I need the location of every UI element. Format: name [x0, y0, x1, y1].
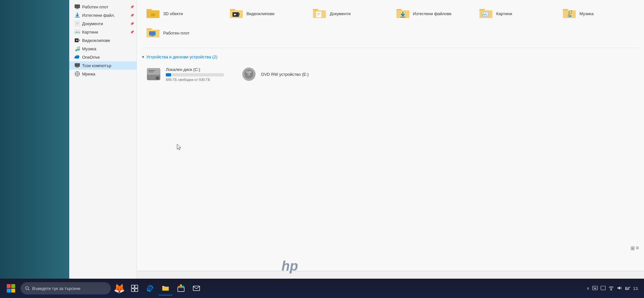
keyboard-icon[interactable] — [592, 286, 598, 291]
pin-icon-documents: 📌 — [130, 22, 134, 25]
search-bar[interactable]: Въведете тук за търсене — [21, 282, 111, 294]
svg-rect-72 — [596, 287, 596, 288]
svg-rect-16 — [76, 67, 78, 67]
sidebar-label-videos: Видеоклипове — [82, 38, 110, 43]
folder-documents-label: Документи — [330, 11, 351, 16]
devices-section-label: Устройства и дискови устройства (2) — [146, 55, 217, 59]
svg-point-75 — [603, 289, 603, 290]
sidebar-item-network[interactable]: Мрежа — [69, 70, 137, 78]
svg-rect-64 — [178, 286, 180, 287]
chevron-down-icon: ▾ — [142, 55, 144, 59]
svg-rect-59 — [135, 285, 138, 288]
details-view-icon[interactable]: ≡ — [636, 245, 639, 251]
network-tray-icon[interactable] — [608, 285, 614, 292]
search-bar-icon — [25, 286, 30, 291]
task-view-button[interactable] — [128, 281, 142, 295]
sidebar-item-onedrive[interactable]: OneDrive — [69, 53, 137, 61]
pin-icon-pictures: 📌 — [130, 30, 134, 34]
devices-section-header[interactable]: ▾ Устройства и дискови устройства (2) — [142, 52, 639, 61]
folder-downloads[interactable]: Изтеглени файлове — [392, 5, 473, 22]
folder-3d-icon: 3D — [145, 7, 161, 20]
desktop-icon — [74, 4, 80, 10]
svg-rect-47 — [148, 72, 153, 72]
list-view-icon[interactable]: ⊞ — [630, 245, 635, 251]
pictures-icon — [74, 29, 80, 35]
svg-marker-11 — [79, 39, 80, 42]
edge-button[interactable] — [143, 281, 157, 295]
mail-button[interactable] — [189, 281, 204, 295]
svg-point-13 — [75, 49, 77, 51]
search-placeholder: Въведете тук за търсене — [32, 286, 80, 291]
sidebar-item-documents[interactable]: Документи 📌 — [69, 19, 137, 28]
left-panel — [0, 0, 69, 279]
folder-music-label: Музика — [580, 11, 594, 16]
device-c-space: 845 ГБ свободни от 930 ГБ — [166, 78, 224, 82]
sidebar-item-music[interactable]: Музика — [69, 45, 137, 53]
volume-icon[interactable] — [617, 285, 622, 292]
folder-downloads-label: Изтеглени файлове — [413, 11, 452, 16]
folder-desktop[interactable]: Работен плот — [142, 25, 232, 41]
device-local-c[interactable]: Локален диск (C:) 845 ГБ свободни от 930… — [142, 64, 232, 84]
svg-point-56 — [26, 287, 29, 290]
svg-text:3D: 3D — [151, 13, 155, 17]
folder-3d[interactable]: 3D 3D обекти — [142, 5, 223, 22]
device-dvd-e[interactable]: DVD DVD RW устройство (E:) — [237, 64, 327, 84]
svg-rect-1 — [76, 8, 78, 9]
device-c-progress-bg — [166, 73, 224, 76]
downloads-icon — [74, 12, 80, 18]
device-e-name: DVD RW устройство (E:) — [261, 72, 309, 77]
start-button[interactable] — [3, 280, 19, 297]
folder-music[interactable]: Музика — [558, 5, 639, 22]
sidebar-item-pictures[interactable]: Картини 📌 — [69, 28, 137, 36]
folders-grid: 3D 3D обекти Видеоклипове — [142, 5, 639, 41]
svg-rect-2 — [76, 9, 79, 9]
file-explorer-button[interactable] — [158, 281, 173, 295]
taskbar: Въведете тук за търсене 🦊 — [0, 279, 644, 298]
sidebar-label-network: Мрежа — [82, 72, 95, 76]
music-icon — [74, 46, 80, 52]
videos-icon — [74, 37, 80, 43]
sidebar-label-downloads: Изтеглени файл. — [82, 13, 115, 18]
svg-rect-73 — [594, 288, 596, 289]
folder-desktop-icon — [145, 26, 161, 39]
sidebar-item-thispc[interactable]: Този компютър — [69, 61, 137, 70]
sidebar: Работен плот 📌 Изтеглени файл. 📌 Докумен… — [69, 0, 137, 279]
svg-rect-61 — [135, 289, 138, 292]
svg-rect-71 — [594, 287, 595, 288]
store-button[interactable] — [174, 281, 188, 295]
status-bar: 9 елемента ⊞ ≡ — [69, 271, 644, 279]
sidebar-label-thispc: Този компютър — [82, 63, 111, 68]
tray-chevron[interactable]: ∧ — [587, 286, 590, 291]
svg-text:DVD: DVD — [247, 71, 251, 73]
svg-point-45 — [157, 77, 158, 79]
tray-icons: ∧ БГ 13. — [584, 285, 641, 292]
device-c-name: Локален диск (C:) — [166, 67, 224, 72]
sidebar-item-videos[interactable]: Видеоклипове — [69, 36, 137, 45]
folder-documents[interactable]: Документи — [308, 5, 389, 22]
svg-rect-66 — [182, 286, 184, 287]
sidebar-item-downloads[interactable]: Изтеглени файл. 📌 — [69, 11, 137, 19]
device-e-info: DVD RW устройство (E:) — [261, 72, 309, 77]
thispc-icon — [74, 63, 80, 68]
folder-videos[interactable]: Видеоклипове — [225, 5, 306, 22]
folder-pictures[interactable]: Картини — [475, 5, 556, 22]
language-indicator[interactable]: БГ — [625, 286, 630, 291]
sidebar-item-desktop[interactable]: Работен плот 📌 — [69, 3, 137, 11]
sidebar-label-documents: Документи — [82, 21, 103, 26]
svg-point-14 — [78, 49, 80, 51]
hp-logo: hp — [281, 258, 298, 274]
svg-line-57 — [28, 289, 30, 291]
svg-rect-67 — [180, 284, 182, 286]
svg-rect-34 — [482, 12, 488, 16]
documents-icon — [74, 21, 80, 26]
svg-rect-46 — [148, 70, 155, 71]
svg-rect-60 — [131, 289, 134, 292]
folder-videos-label: Видеоклипове — [247, 11, 275, 16]
svg-rect-53 — [11, 284, 15, 288]
tablet-icon[interactable] — [601, 285, 606, 292]
svg-rect-58 — [131, 285, 134, 288]
dvd-icon: DVD — [241, 66, 257, 83]
sidebar-label-music: Музика — [82, 46, 96, 51]
clock[interactable]: 13. — [633, 286, 639, 291]
svg-rect-55 — [11, 289, 15, 293]
